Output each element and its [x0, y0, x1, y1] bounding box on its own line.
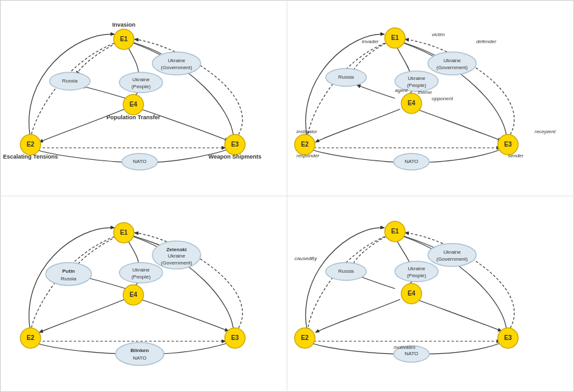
svg-text:Ukraine: Ukraine [408, 75, 425, 81]
event-e4-q3: E4 [123, 285, 144, 305]
event-e3-q3: E3 [225, 328, 245, 348]
svg-text:E1: E1 [120, 36, 128, 42]
svg-text:NATO: NATO [404, 159, 418, 164]
event-e1-q1: E1 [114, 29, 134, 49]
svg-text:NATO: NATO [133, 355, 146, 361]
entity-russia-q4: Russia [326, 263, 366, 280]
svg-text:Russia: Russia [62, 78, 78, 84]
event-e2-q3: E2 [20, 328, 41, 348]
svg-text:E4: E4 [130, 101, 138, 108]
entity-russia-q1: Russia [50, 72, 90, 90]
event-e4-q1: E4 [123, 95, 144, 115]
svg-text:Russia: Russia [338, 74, 354, 80]
svg-text:E1: E1 [120, 229, 128, 236]
svg-text:Ukraine: Ukraine [443, 58, 461, 63]
role-instigator: instigator [297, 129, 317, 134]
svg-text:Ukraine: Ukraine [168, 58, 185, 63]
svg-text:Blinken: Blinken [131, 348, 149, 353]
entity-ukraine-gov-q2: Ukraine (Government) [428, 52, 476, 75]
svg-text:E3: E3 [231, 141, 239, 148]
svg-text:E4: E4 [408, 100, 416, 107]
svg-text:E2: E2 [27, 334, 35, 341]
svg-text:Ukraine: Ukraine [132, 267, 150, 273]
entity-nato-q1: NATO [122, 154, 157, 170]
svg-text:NATO: NATO [133, 159, 146, 164]
role-agent: agent [395, 88, 408, 93]
svg-text:(People): (People) [131, 274, 151, 280]
svg-text:(People): (People) [131, 84, 151, 89]
svg-text:E4: E4 [408, 290, 416, 297]
event-e1-q4: E1 [385, 221, 405, 242]
svg-text:(Government): (Government) [161, 260, 192, 266]
role-theme: theme [418, 89, 432, 95]
svg-text:E3: E3 [504, 334, 512, 341]
svg-text:E1: E1 [391, 34, 399, 41]
role-victim: victim [432, 32, 445, 37]
entity-zelenski-ukraine-gov-q3: Zelenski Ukraine (Government) [152, 241, 201, 269]
svg-text:E2: E2 [301, 141, 309, 148]
event-e2-q2: E2 [295, 134, 315, 155]
svg-text:(Government): (Government) [161, 65, 192, 70]
svg-text:(People): (People) [407, 273, 427, 278]
role-invader: invader [362, 39, 379, 44]
event-e1-q3: E1 [114, 223, 134, 243]
svg-text:E3: E3 [231, 334, 239, 341]
svg-text:Putin: Putin [62, 268, 75, 274]
svg-text:Ukraine: Ukraine [168, 253, 185, 259]
svg-text:E2: E2 [301, 334, 309, 341]
event-e4-q4: E4 [401, 284, 422, 304]
entity-ukraine-people-q3: Ukraine (People) [119, 263, 163, 283]
entity-putin-russia-q3: Putin Russia [46, 263, 91, 285]
event-e2-q1: E2 [20, 134, 41, 155]
entity-russia-q2: Russia [326, 69, 366, 86]
svg-text:NATO: NATO [404, 351, 418, 356]
svg-text:(People): (People) [407, 82, 427, 88]
svg-text:(Government): (Government) [436, 65, 468, 70]
event-e3-q1: E3 [225, 134, 245, 155]
event-e2-q1-label: Escalating Tensions [3, 154, 58, 160]
svg-text:Zelenski: Zelenski [166, 247, 187, 252]
event-e2-q4: E2 [295, 328, 315, 348]
event-e3-q2: E3 [498, 134, 518, 155]
entity-ukraine-gov-q4: Ukraine (Government) [428, 244, 476, 266]
role-recepient: recepient [535, 129, 556, 134]
role-motivates: motivates [394, 344, 415, 350]
event-e3-q4: E3 [498, 328, 518, 348]
role-opponent: opponent [432, 96, 453, 101]
event-e3-q1-label: Weapon Shipments [208, 154, 261, 160]
svg-text:Ukraine: Ukraine [443, 249, 461, 255]
role-causedby: causedBy [295, 256, 317, 261]
role-sender: sender [508, 153, 524, 159]
entity-nato-q2: NATO [394, 154, 429, 170]
event-e1-q2: E1 [385, 28, 405, 48]
role-responder: responder [297, 153, 319, 159]
svg-text:E4: E4 [130, 291, 138, 298]
entity-ukraine-people-q4: Ukraine (People) [395, 261, 438, 282]
svg-text:E1: E1 [391, 228, 399, 235]
role-defender: defender [476, 39, 497, 44]
event-e4-q2: E4 [401, 93, 422, 114]
svg-text:Russia: Russia [61, 276, 77, 282]
svg-text:Ukraine: Ukraine [132, 77, 150, 82]
entity-blinken-nato-q3: Blinken NATO [116, 343, 164, 365]
svg-text:Ukraine: Ukraine [408, 266, 425, 271]
entity-ukraine-gov-q1: Ukraine (Government) [152, 52, 201, 75]
main-container: Russia Ukraine (Government) Ukraine (Peo… [0, 0, 574, 392]
event-e1-q1-label: Invasion [112, 22, 136, 28]
svg-text:E2: E2 [27, 141, 35, 148]
svg-text:E3: E3 [504, 141, 512, 148]
svg-text:Russia: Russia [338, 268, 354, 274]
diagram-svg: Russia Ukraine (Government) Ukraine (Peo… [0, 0, 574, 392]
entity-ukraine-people-q1: Ukraine (People) [119, 72, 163, 93]
svg-point-50 [116, 343, 164, 365]
event-e4-q1-label: Population Transfer [107, 114, 161, 121]
svg-text:(Government): (Government) [436, 256, 468, 262]
